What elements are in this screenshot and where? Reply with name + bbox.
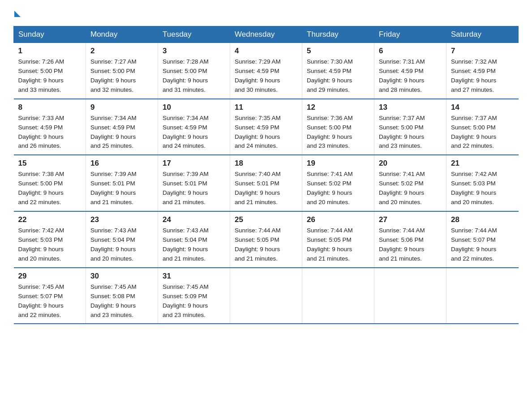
day-info: Sunrise: 7:37 AMSunset: 5:00 PMDaylight:… bbox=[451, 115, 497, 150]
calendar-week-row: 29 Sunrise: 7:45 AMSunset: 5:07 PMDaylig… bbox=[14, 268, 519, 324]
calendar-cell: 12 Sunrise: 7:36 AMSunset: 5:00 PMDaylig… bbox=[302, 99, 374, 155]
header-friday: Friday bbox=[374, 26, 446, 43]
calendar-cell: 22 Sunrise: 7:42 AMSunset: 5:03 PMDaylig… bbox=[14, 211, 86, 268]
calendar-cell: 1 Sunrise: 7:26 AMSunset: 5:00 PMDayligh… bbox=[14, 43, 86, 99]
calendar-cell: 2 Sunrise: 7:27 AMSunset: 5:00 PMDayligh… bbox=[86, 43, 158, 99]
logo bbox=[13, 9, 21, 18]
calendar-week-row: 8 Sunrise: 7:33 AMSunset: 4:59 PMDayligh… bbox=[14, 99, 519, 155]
calendar-cell: 7 Sunrise: 7:32 AMSunset: 4:59 PMDayligh… bbox=[446, 43, 519, 99]
calendar-cell: 13 Sunrise: 7:37 AMSunset: 5:00 PMDaylig… bbox=[374, 99, 446, 155]
day-number: 20 bbox=[379, 159, 442, 168]
day-info: Sunrise: 7:45 AMSunset: 5:09 PMDaylight:… bbox=[163, 283, 209, 318]
calendar-cell bbox=[374, 268, 446, 324]
day-info: Sunrise: 7:42 AMSunset: 5:03 PMDaylight:… bbox=[451, 171, 497, 206]
day-info: Sunrise: 7:45 AMSunset: 5:08 PMDaylight:… bbox=[90, 283, 137, 318]
calendar-cell: 24 Sunrise: 7:43 AMSunset: 5:04 PMDaylig… bbox=[158, 211, 230, 268]
day-info: Sunrise: 7:42 AMSunset: 5:03 PMDaylight:… bbox=[18, 227, 64, 262]
calendar-cell: 17 Sunrise: 7:39 AMSunset: 5:01 PMDaylig… bbox=[158, 155, 230, 211]
day-info: Sunrise: 7:43 AMSunset: 5:04 PMDaylight:… bbox=[90, 227, 137, 262]
header-thursday: Thursday bbox=[302, 26, 374, 43]
calendar-cell: 23 Sunrise: 7:43 AMSunset: 5:04 PMDaylig… bbox=[86, 211, 158, 268]
day-number: 8 bbox=[18, 103, 82, 112]
calendar-cell: 18 Sunrise: 7:40 AMSunset: 5:01 PMDaylig… bbox=[230, 155, 302, 211]
day-number: 24 bbox=[163, 215, 225, 224]
calendar-week-row: 1 Sunrise: 7:26 AMSunset: 5:00 PMDayligh… bbox=[14, 43, 519, 99]
day-number: 16 bbox=[90, 159, 153, 168]
calendar-cell: 14 Sunrise: 7:37 AMSunset: 5:00 PMDaylig… bbox=[446, 99, 519, 155]
day-number: 2 bbox=[90, 47, 153, 56]
day-number: 21 bbox=[451, 159, 514, 168]
day-info: Sunrise: 7:28 AMSunset: 5:00 PMDaylight:… bbox=[163, 58, 209, 93]
header-monday: Monday bbox=[86, 26, 158, 43]
day-info: Sunrise: 7:37 AMSunset: 5:00 PMDaylight:… bbox=[379, 115, 425, 150]
calendar-cell: 11 Sunrise: 7:35 AMSunset: 4:59 PMDaylig… bbox=[230, 99, 302, 155]
calendar-cell: 25 Sunrise: 7:44 AMSunset: 5:05 PMDaylig… bbox=[230, 211, 302, 268]
calendar-cell: 20 Sunrise: 7:41 AMSunset: 5:02 PMDaylig… bbox=[374, 155, 446, 211]
calendar-cell bbox=[302, 268, 374, 324]
calendar-week-row: 22 Sunrise: 7:42 AMSunset: 5:03 PMDaylig… bbox=[14, 211, 519, 268]
logo-arrow-icon bbox=[14, 11, 21, 17]
day-number: 29 bbox=[18, 272, 82, 281]
calendar-cell: 31 Sunrise: 7:45 AMSunset: 5:09 PMDaylig… bbox=[158, 268, 230, 324]
day-info: Sunrise: 7:44 AMSunset: 5:05 PMDaylight:… bbox=[235, 227, 281, 262]
header-saturday: Saturday bbox=[446, 26, 519, 43]
page-header bbox=[13, 9, 519, 18]
day-number: 1 bbox=[18, 47, 82, 56]
day-number: 7 bbox=[451, 47, 514, 56]
day-number: 26 bbox=[307, 215, 369, 224]
day-number: 19 bbox=[307, 159, 369, 168]
calendar-table: SundayMondayTuesdayWednesdayThursdayFrid… bbox=[13, 26, 519, 324]
header-wednesday: Wednesday bbox=[230, 26, 302, 43]
day-number: 25 bbox=[235, 215, 297, 224]
calendar-cell: 16 Sunrise: 7:39 AMSunset: 5:01 PMDaylig… bbox=[86, 155, 158, 211]
day-number: 12 bbox=[307, 103, 369, 112]
day-info: Sunrise: 7:41 AMSunset: 5:02 PMDaylight:… bbox=[307, 171, 353, 206]
day-number: 17 bbox=[163, 159, 225, 168]
day-number: 10 bbox=[163, 103, 225, 112]
day-number: 27 bbox=[379, 215, 442, 224]
day-info: Sunrise: 7:31 AMSunset: 4:59 PMDaylight:… bbox=[379, 58, 425, 93]
day-number: 5 bbox=[307, 47, 369, 56]
calendar-cell: 21 Sunrise: 7:42 AMSunset: 5:03 PMDaylig… bbox=[446, 155, 519, 211]
day-info: Sunrise: 7:27 AMSunset: 5:00 PMDaylight:… bbox=[90, 58, 137, 93]
calendar-cell bbox=[446, 268, 519, 324]
day-info: Sunrise: 7:39 AMSunset: 5:01 PMDaylight:… bbox=[90, 171, 137, 206]
calendar-cell: 4 Sunrise: 7:29 AMSunset: 4:59 PMDayligh… bbox=[230, 43, 302, 99]
day-number: 31 bbox=[163, 272, 225, 281]
day-info: Sunrise: 7:34 AMSunset: 4:59 PMDaylight:… bbox=[163, 115, 209, 150]
day-number: 4 bbox=[235, 47, 297, 56]
day-info: Sunrise: 7:38 AMSunset: 5:00 PMDaylight:… bbox=[18, 171, 64, 206]
day-info: Sunrise: 7:35 AMSunset: 4:59 PMDaylight:… bbox=[235, 115, 281, 150]
day-number: 18 bbox=[235, 159, 297, 168]
header-sunday: Sunday bbox=[14, 26, 86, 43]
day-info: Sunrise: 7:32 AMSunset: 4:59 PMDaylight:… bbox=[451, 58, 497, 93]
calendar-cell: 15 Sunrise: 7:38 AMSunset: 5:00 PMDaylig… bbox=[14, 155, 86, 211]
calendar-cell: 3 Sunrise: 7:28 AMSunset: 5:00 PMDayligh… bbox=[158, 43, 230, 99]
day-number: 11 bbox=[235, 103, 297, 112]
calendar-header-row: SundayMondayTuesdayWednesdayThursdayFrid… bbox=[14, 26, 519, 43]
calendar-cell: 5 Sunrise: 7:30 AMSunset: 4:59 PMDayligh… bbox=[302, 43, 374, 99]
day-number: 6 bbox=[379, 47, 442, 56]
day-number: 28 bbox=[451, 215, 514, 224]
calendar-cell: 19 Sunrise: 7:41 AMSunset: 5:02 PMDaylig… bbox=[302, 155, 374, 211]
day-info: Sunrise: 7:26 AMSunset: 5:00 PMDaylight:… bbox=[18, 58, 64, 93]
calendar-cell: 28 Sunrise: 7:44 AMSunset: 5:07 PMDaylig… bbox=[446, 211, 519, 268]
calendar-cell: 26 Sunrise: 7:44 AMSunset: 5:05 PMDaylig… bbox=[302, 211, 374, 268]
day-number: 23 bbox=[90, 215, 153, 224]
calendar-cell bbox=[230, 268, 302, 324]
day-number: 3 bbox=[163, 47, 225, 56]
day-info: Sunrise: 7:44 AMSunset: 5:05 PMDaylight:… bbox=[307, 227, 353, 262]
day-info: Sunrise: 7:39 AMSunset: 5:01 PMDaylight:… bbox=[163, 171, 209, 206]
day-info: Sunrise: 7:44 AMSunset: 5:07 PMDaylight:… bbox=[451, 227, 497, 262]
calendar-cell: 29 Sunrise: 7:45 AMSunset: 5:07 PMDaylig… bbox=[14, 268, 86, 324]
day-number: 15 bbox=[18, 159, 82, 168]
day-info: Sunrise: 7:36 AMSunset: 5:00 PMDaylight:… bbox=[307, 115, 353, 150]
day-info: Sunrise: 7:45 AMSunset: 5:07 PMDaylight:… bbox=[18, 283, 64, 318]
day-number: 14 bbox=[451, 103, 514, 112]
day-number: 9 bbox=[90, 103, 153, 112]
day-number: 30 bbox=[90, 272, 153, 281]
day-info: Sunrise: 7:44 AMSunset: 5:06 PMDaylight:… bbox=[379, 227, 425, 262]
day-info: Sunrise: 7:43 AMSunset: 5:04 PMDaylight:… bbox=[163, 227, 209, 262]
calendar-cell: 27 Sunrise: 7:44 AMSunset: 5:06 PMDaylig… bbox=[374, 211, 446, 268]
calendar-cell: 9 Sunrise: 7:34 AMSunset: 4:59 PMDayligh… bbox=[86, 99, 158, 155]
